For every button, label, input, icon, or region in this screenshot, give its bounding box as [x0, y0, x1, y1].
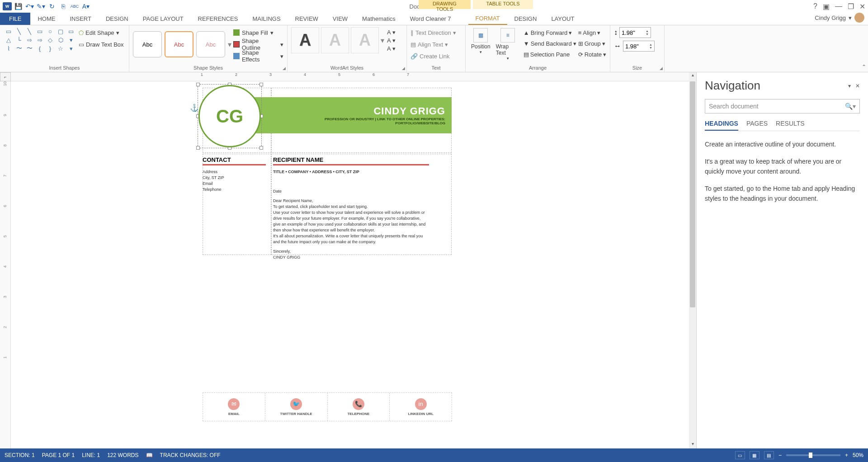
spell-button[interactable]: ABC [70, 1, 80, 11]
restore-icon[interactable]: ❐ [848, 2, 854, 11]
create-link-button[interactable]: 🔗 Create Link [410, 51, 462, 61]
web-layout-button[interactable]: ▤ [764, 451, 774, 459]
ruler-corner[interactable]: ⌐ [0, 72, 11, 81]
status-track-changes[interactable]: TRACK CHANGES: OFF [160, 452, 221, 458]
minimize-icon[interactable]: — [835, 2, 842, 10]
size-launcher-icon[interactable]: ◢ [660, 66, 663, 71]
ribbon-display-icon[interactable]: ▣ [823, 2, 830, 11]
arrow-shape-icon[interactable]: ⇨ [24, 36, 34, 44]
user-account[interactable]: Cindy Grigg▾ [815, 13, 864, 23]
document-canvas[interactable]: CINDY GRIGG PROFESSION OR INDUSTRY | LIN… [11, 81, 689, 448]
tab-design[interactable]: DESIGN [99, 13, 136, 25]
tab-mailings[interactable]: MAILINGS [245, 13, 288, 25]
nav-tab-pages[interactable]: PAGES [746, 120, 768, 131]
style-preset-3[interactable]: Abc [196, 31, 225, 57]
zoom-thumb[interactable] [809, 453, 812, 458]
style-preset-1[interactable]: Abc [133, 31, 162, 57]
print-layout-button[interactable]: ▦ [750, 451, 760, 459]
wordart-preset-3[interactable]: A [351, 27, 379, 53]
scroll-up-icon[interactable]: ▴ [689, 72, 696, 80]
bring-forward-button[interactable]: ▲ Bring Forward ▾ [524, 27, 576, 38]
brace2-shape-icon[interactable]: } [45, 44, 55, 52]
initials-circle[interactable]: CG [198, 85, 261, 147]
status-section[interactable]: SECTION: 1 [5, 452, 35, 458]
tab-mathematics[interactable]: Mathematics [355, 13, 403, 25]
read-mode-button[interactable]: ▭ [735, 451, 745, 459]
horizontal-ruler[interactable]: 1234567 [11, 72, 689, 81]
wordart-preset-1[interactable]: A [291, 27, 319, 53]
group-button[interactable]: ⊞ Group ▾ [578, 38, 606, 49]
oval-shape-icon[interactable]: ○ [45, 27, 55, 35]
hex-shape-icon[interactable]: ⬡ [56, 36, 66, 44]
undo-button[interactable]: ↶▾ [24, 1, 34, 11]
collapse-ribbon-icon[interactable]: ⌃ [862, 64, 866, 70]
width-field[interactable]: ↔ 1.98"▲▼ [614, 41, 660, 52]
nav-tab-headings[interactable]: HEADINGS [705, 120, 738, 131]
vertical-ruler[interactable]: 12345678910 [0, 81, 11, 448]
nav-close-icon[interactable]: ✕ [855, 83, 860, 89]
line-arrow-shape-icon[interactable]: ╲ [24, 27, 34, 35]
font-button[interactable]: A▾ [81, 1, 91, 11]
shape-outline-button[interactable]: Shape Outline ▾ [233, 39, 283, 50]
scroll-down-icon[interactable]: ▾ [689, 441, 696, 448]
gallery-more-icon[interactable]: ▾ [228, 40, 231, 49]
text-outline-button[interactable]: A ▾ [387, 37, 396, 44]
edit-shape-button[interactable]: ⬠Edit Shape ▾ [79, 27, 124, 38]
send-backward-button[interactable]: ▼ Send Backward ▾ [524, 38, 576, 49]
status-page[interactable]: PAGE 1 OF 1 [42, 452, 75, 458]
close-icon[interactable]: ✕ [859, 2, 865, 11]
tab-format[interactable]: FORMAT [468, 13, 507, 25]
more-shape-icon[interactable]: ▾ [66, 36, 76, 44]
zoom-out-button[interactable]: − [778, 452, 782, 458]
tab-review[interactable]: REVIEW [288, 13, 326, 25]
wrap-text-button[interactable]: ≡ Wrap Text▾ [494, 27, 522, 61]
status-words[interactable]: 122 WORDS [107, 452, 138, 458]
search-input[interactable]: Search document 🔍▾ [705, 99, 860, 113]
scroll-thumb[interactable] [690, 81, 695, 307]
rect2-shape-icon[interactable]: ▭ [66, 27, 76, 35]
tab-file[interactable]: FILE [0, 13, 30, 25]
brace-shape-icon[interactable]: { [35, 44, 45, 52]
diamond-shape-icon[interactable]: ◇ [45, 36, 55, 44]
draw-text-box-button[interactable]: ▭Draw Text Box [79, 39, 124, 50]
resize-handle-se[interactable] [259, 146, 263, 150]
tab-table-design[interactable]: DESIGN [507, 13, 544, 25]
wordart-preset-2[interactable]: A [321, 27, 349, 53]
rect-shape-icon[interactable]: ▭ [35, 27, 45, 35]
anchor-icon[interactable]: ⚓ [190, 104, 199, 112]
shape-effects-button[interactable]: Shape Effects ▾ [233, 51, 283, 61]
nav-tab-results[interactable]: RESULTS [776, 120, 805, 131]
save-button[interactable]: 💾 [13, 1, 23, 11]
tab-word-cleaner[interactable]: Word Cleaner 7 [403, 13, 458, 25]
wordart-gallery[interactable]: A A A ▾ [291, 27, 384, 53]
line-shape-icon[interactable]: ╲ [14, 27, 24, 35]
resize-handle-nw[interactable] [196, 83, 200, 86]
search-icon[interactable]: 🔍▾ [845, 103, 856, 110]
position-button[interactable]: ▦ Position▾ [469, 27, 492, 61]
wordart-launcher-icon[interactable]: ◢ [402, 66, 405, 71]
help-icon[interactable]: ? [813, 2, 817, 10]
curve2-shape-icon[interactable]: 〜 [24, 44, 34, 52]
rrect-shape-icon[interactable]: ▢ [56, 27, 66, 35]
tab-insert[interactable]: INSERT [62, 13, 98, 25]
text-effects-button[interactable]: A ▾ [387, 45, 396, 52]
tab-home[interactable]: HOME [30, 13, 62, 25]
text-direction-button[interactable]: ∥ Text Direction ▾ [410, 27, 462, 38]
wordart-more-icon[interactable]: ▾ [381, 36, 384, 45]
resize-handle-sw[interactable] [196, 146, 200, 150]
tab-references[interactable]: REFERENCES [191, 13, 245, 25]
height-field[interactable]: ↕ 1.98"▲▼ [614, 27, 660, 38]
align-text-button[interactable]: ▤ Align Text ▾ [410, 39, 462, 50]
status-line[interactable]: LINE: 1 [82, 452, 100, 458]
repeat-button[interactable]: ⎘ [58, 1, 68, 11]
shape-styles-launcher-icon[interactable]: ◢ [283, 66, 286, 71]
rotate-button[interactable]: ⟳ Rotate ▾ [578, 49, 606, 60]
proofing-icon[interactable]: 📖 [146, 452, 153, 458]
align-button[interactable]: ≡ Align ▾ [578, 27, 606, 38]
curve-shape-icon[interactable]: 〜 [14, 44, 24, 52]
star-shape-icon[interactable]: ☆ [56, 44, 66, 52]
vertical-scrollbar[interactable]: ▴ ▾ [689, 72, 696, 448]
elbow-shape-icon[interactable]: └ [14, 36, 24, 44]
nav-dropdown-icon[interactable]: ▾ [848, 83, 851, 89]
resize-handle-ne[interactable] [259, 83, 263, 86]
